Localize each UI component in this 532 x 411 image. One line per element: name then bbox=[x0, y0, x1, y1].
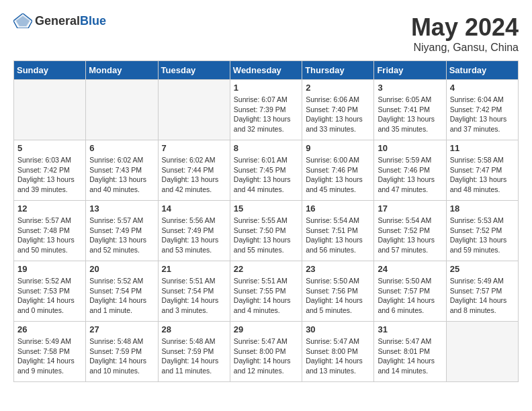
calendar-cell: 19Sunrise: 5:52 AM Sunset: 7:53 PM Dayli… bbox=[14, 261, 86, 322]
day-info: Sunrise: 6:06 AM Sunset: 7:40 PM Dayligh… bbox=[306, 95, 370, 134]
calendar-cell: 24Sunrise: 5:50 AM Sunset: 7:57 PM Dayli… bbox=[374, 261, 446, 322]
calendar-cell: 7Sunrise: 6:02 AM Sunset: 7:44 PM Daylig… bbox=[158, 140, 230, 201]
day-number: 23 bbox=[306, 264, 370, 274]
day-header-wednesday: Wednesday bbox=[230, 61, 302, 80]
calendar-cell: 10Sunrise: 5:59 AM Sunset: 7:46 PM Dayli… bbox=[374, 140, 446, 201]
day-number: 5 bbox=[17, 143, 82, 153]
week-row-2: 5Sunrise: 6:03 AM Sunset: 7:42 PM Daylig… bbox=[14, 140, 519, 201]
day-info: Sunrise: 5:47 AM Sunset: 8:01 PM Dayligh… bbox=[378, 336, 442, 376]
calendar-cell: 11Sunrise: 5:58 AM Sunset: 7:47 PM Dayli… bbox=[446, 140, 518, 201]
day-info: Sunrise: 5:50 AM Sunset: 7:56 PM Dayligh… bbox=[306, 276, 370, 316]
day-info: Sunrise: 6:07 AM Sunset: 7:39 PM Dayligh… bbox=[234, 95, 298, 134]
day-number: 30 bbox=[306, 324, 370, 334]
calendar-cell: 16Sunrise: 5:54 AM Sunset: 7:51 PM Dayli… bbox=[302, 201, 374, 261]
day-info: Sunrise: 5:58 AM Sunset: 7:47 PM Dayligh… bbox=[450, 155, 515, 195]
day-number: 9 bbox=[306, 143, 370, 153]
day-info: Sunrise: 5:49 AM Sunset: 7:57 PM Dayligh… bbox=[450, 276, 515, 316]
day-number: 19 bbox=[17, 264, 82, 274]
title-area: May 2024 Niyang, Gansu, China bbox=[411, 13, 519, 54]
day-info: Sunrise: 5:52 AM Sunset: 7:54 PM Dayligh… bbox=[89, 276, 154, 316]
day-number: 24 bbox=[378, 264, 442, 274]
calendar-cell: 31Sunrise: 5:47 AM Sunset: 8:01 PM Dayli… bbox=[374, 322, 446, 382]
calendar-table: SundayMondayTuesdayWednesdayThursdayFrid… bbox=[13, 60, 519, 382]
day-info: Sunrise: 5:55 AM Sunset: 7:50 PM Dayligh… bbox=[234, 216, 298, 255]
calendar-cell: 4Sunrise: 6:04 AM Sunset: 7:42 PM Daylig… bbox=[446, 80, 518, 140]
logo-icon bbox=[13, 13, 32, 28]
day-info: Sunrise: 6:01 AM Sunset: 7:45 PM Dayligh… bbox=[234, 155, 298, 195]
calendar-cell bbox=[86, 80, 158, 140]
day-info: Sunrise: 5:48 AM Sunset: 7:59 PM Dayligh… bbox=[89, 336, 154, 376]
day-header-thursday: Thursday bbox=[302, 61, 374, 80]
day-number: 18 bbox=[450, 203, 515, 214]
calendar-body: 1Sunrise: 6:07 AM Sunset: 7:39 PM Daylig… bbox=[14, 80, 519, 382]
week-row-4: 19Sunrise: 5:52 AM Sunset: 7:53 PM Dayli… bbox=[14, 261, 519, 322]
week-row-1: 1Sunrise: 6:07 AM Sunset: 7:39 PM Daylig… bbox=[14, 80, 519, 140]
calendar-cell bbox=[446, 322, 518, 382]
logo-text-blue: Blue bbox=[80, 14, 106, 28]
day-number: 15 bbox=[234, 203, 298, 214]
calendar-cell: 25Sunrise: 5:49 AM Sunset: 7:57 PM Dayli… bbox=[446, 261, 518, 322]
calendar-cell: 6Sunrise: 6:02 AM Sunset: 7:43 PM Daylig… bbox=[86, 140, 158, 201]
calendar-cell: 2Sunrise: 6:06 AM Sunset: 7:40 PM Daylig… bbox=[302, 80, 374, 140]
calendar-cell: 26Sunrise: 5:49 AM Sunset: 7:58 PM Dayli… bbox=[14, 322, 86, 382]
day-header-saturday: Saturday bbox=[446, 61, 518, 80]
header: General Blue May 2024 Niyang, Gansu, Chi… bbox=[13, 13, 519, 54]
day-number: 22 bbox=[234, 264, 298, 274]
day-number: 3 bbox=[378, 83, 442, 93]
calendar-cell: 1Sunrise: 6:07 AM Sunset: 7:39 PM Daylig… bbox=[230, 80, 302, 140]
day-info: Sunrise: 5:54 AM Sunset: 7:52 PM Dayligh… bbox=[378, 216, 442, 255]
day-info: Sunrise: 5:52 AM Sunset: 7:53 PM Dayligh… bbox=[17, 276, 82, 316]
day-info: Sunrise: 5:57 AM Sunset: 7:49 PM Dayligh… bbox=[89, 216, 154, 255]
month-title: May 2024 bbox=[411, 13, 519, 42]
location-title: Niyang, Gansu, China bbox=[411, 42, 519, 54]
day-info: Sunrise: 6:02 AM Sunset: 7:44 PM Dayligh… bbox=[162, 155, 226, 195]
day-info: Sunrise: 5:53 AM Sunset: 7:52 PM Dayligh… bbox=[450, 216, 515, 255]
day-number: 25 bbox=[450, 264, 515, 274]
day-info: Sunrise: 5:57 AM Sunset: 7:48 PM Dayligh… bbox=[17, 216, 82, 255]
calendar-cell: 15Sunrise: 5:55 AM Sunset: 7:50 PM Dayli… bbox=[230, 201, 302, 261]
calendar-cell: 14Sunrise: 5:56 AM Sunset: 7:49 PM Dayli… bbox=[158, 201, 230, 261]
day-info: Sunrise: 6:03 AM Sunset: 7:42 PM Dayligh… bbox=[17, 155, 82, 195]
calendar-cell: 27Sunrise: 5:48 AM Sunset: 7:59 PM Dayli… bbox=[86, 322, 158, 382]
day-header-sunday: Sunday bbox=[14, 61, 86, 80]
day-info: Sunrise: 6:04 AM Sunset: 7:42 PM Dayligh… bbox=[450, 95, 515, 134]
day-number: 14 bbox=[162, 203, 226, 214]
day-info: Sunrise: 5:47 AM Sunset: 8:00 PM Dayligh… bbox=[234, 336, 298, 376]
day-number: 26 bbox=[17, 324, 82, 334]
day-number: 13 bbox=[89, 203, 154, 214]
calendar-cell: 28Sunrise: 5:48 AM Sunset: 7:59 PM Dayli… bbox=[158, 322, 230, 382]
day-number: 11 bbox=[450, 143, 515, 153]
day-number: 7 bbox=[162, 143, 226, 153]
day-info: Sunrise: 6:05 AM Sunset: 7:41 PM Dayligh… bbox=[378, 95, 442, 134]
day-number: 12 bbox=[17, 203, 82, 214]
calendar-cell bbox=[158, 80, 230, 140]
day-number: 29 bbox=[234, 324, 298, 334]
day-number: 8 bbox=[234, 143, 298, 153]
calendar-cell: 20Sunrise: 5:52 AM Sunset: 7:54 PM Dayli… bbox=[86, 261, 158, 322]
day-info: Sunrise: 5:50 AM Sunset: 7:57 PM Dayligh… bbox=[378, 276, 442, 316]
day-number: 16 bbox=[306, 203, 370, 214]
calendar-cell: 18Sunrise: 5:53 AM Sunset: 7:52 PM Dayli… bbox=[446, 201, 518, 261]
day-info: Sunrise: 5:49 AM Sunset: 7:58 PM Dayligh… bbox=[17, 336, 82, 376]
day-info: Sunrise: 5:47 AM Sunset: 8:00 PM Dayligh… bbox=[306, 336, 370, 376]
day-number: 28 bbox=[162, 324, 226, 334]
day-info: Sunrise: 5:56 AM Sunset: 7:49 PM Dayligh… bbox=[162, 216, 226, 255]
calendar-cell bbox=[14, 80, 86, 140]
days-header-row: SundayMondayTuesdayWednesdayThursdayFrid… bbox=[14, 61, 519, 80]
logo-text-general: General bbox=[35, 14, 80, 28]
day-number: 27 bbox=[89, 324, 154, 334]
day-number: 4 bbox=[450, 83, 515, 93]
day-info: Sunrise: 6:02 AM Sunset: 7:43 PM Dayligh… bbox=[89, 155, 154, 195]
logo: General Blue bbox=[13, 13, 106, 28]
calendar-cell: 9Sunrise: 6:00 AM Sunset: 7:46 PM Daylig… bbox=[302, 140, 374, 201]
week-row-3: 12Sunrise: 5:57 AM Sunset: 7:48 PM Dayli… bbox=[14, 201, 519, 261]
calendar-cell: 12Sunrise: 5:57 AM Sunset: 7:48 PM Dayli… bbox=[14, 201, 86, 261]
week-row-5: 26Sunrise: 5:49 AM Sunset: 7:58 PM Dayli… bbox=[14, 322, 519, 382]
calendar-cell: 30Sunrise: 5:47 AM Sunset: 8:00 PM Dayli… bbox=[302, 322, 374, 382]
calendar-cell: 13Sunrise: 5:57 AM Sunset: 7:49 PM Dayli… bbox=[86, 201, 158, 261]
calendar-cell: 8Sunrise: 6:01 AM Sunset: 7:45 PM Daylig… bbox=[230, 140, 302, 201]
day-number: 20 bbox=[89, 264, 154, 274]
day-header-tuesday: Tuesday bbox=[158, 61, 230, 80]
day-number: 6 bbox=[89, 143, 154, 153]
day-info: Sunrise: 6:00 AM Sunset: 7:46 PM Dayligh… bbox=[306, 155, 370, 195]
